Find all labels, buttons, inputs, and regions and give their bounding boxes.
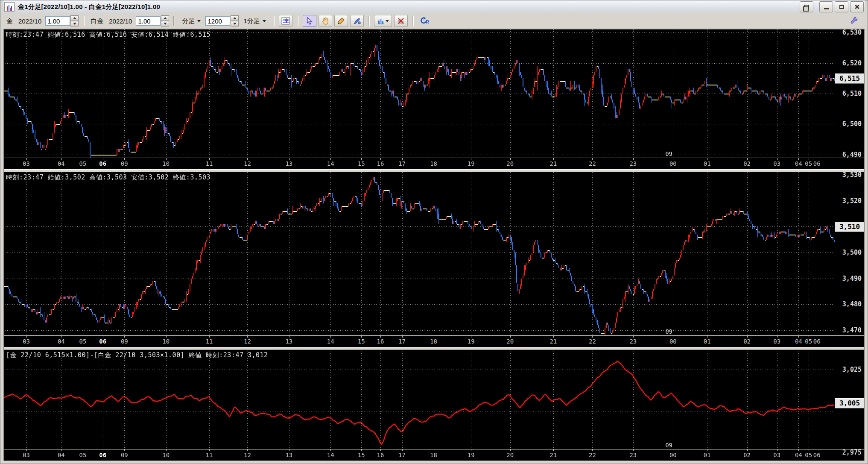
spread-chart-panel: [金 22/10 6,515×1.00]-[白金 22/10 3,503×1.0…: [4, 350, 864, 461]
time-tick: [166, 158, 167, 160]
pencil-tool-button[interactable]: [334, 15, 348, 27]
platinum-month-label: 2022/10: [107, 18, 134, 25]
time-tick: [402, 158, 403, 160]
time-axis-label: 10: [162, 338, 170, 345]
time-tick: [809, 158, 809, 160]
platinum-chart-area[interactable]: 時刻:23:47 始値:3,502 高値:3,503 安値:3,502 終値:3…: [4, 172, 835, 335]
time-tick: [673, 449, 673, 451]
time-tick: [633, 336, 634, 338]
time-tick: [402, 449, 403, 451]
time-tick: [330, 158, 331, 160]
time-tick: [817, 449, 817, 451]
time-tick: [83, 336, 83, 338]
price-axis-label: 3,490: [842, 275, 862, 282]
minimize-button[interactable]: [819, 1, 833, 12]
platinum-ratio-up-button[interactable]: [161, 15, 169, 21]
time-axis-label: 05: [805, 338, 812, 345]
chart-style-button[interactable]: [374, 15, 392, 27]
time-axis-label: 13: [285, 160, 292, 167]
clear-chart-icon: [397, 17, 405, 25]
hand-pan-button[interactable]: [319, 15, 332, 27]
spin-down-icon: [73, 23, 76, 25]
time-tick: [633, 158, 634, 160]
bar-count-input[interactable]: [205, 16, 230, 26]
current-price-badge: 3,510: [835, 222, 864, 232]
cursor-tool-button[interactable]: [303, 15, 316, 27]
pen-tool-button[interactable]: [350, 15, 364, 27]
refresh-button[interactable]: R: [418, 15, 431, 26]
time-tick: [330, 336, 331, 338]
bar-count-down-button[interactable]: [231, 21, 239, 26]
axis-pointer-button[interactable]: [279, 15, 292, 27]
chart-stack: 時刻:23:47 始値:6,516 高値:6,516 安値:6,514 終値:6…: [3, 29, 865, 461]
time-tick: [124, 336, 125, 338]
toolbar-separator: [83, 16, 85, 26]
time-axis-label: 12: [244, 160, 251, 167]
titlebar[interactable]: 金1分足[2022/10]1.00 - 白金1分足[2022/10]1.00: [3, 0, 865, 13]
time-axis-label: 16: [377, 452, 384, 458]
close-button[interactable]: [850, 1, 864, 12]
time-tick: [434, 449, 434, 451]
price-axis-label: 3,480: [842, 300, 862, 308]
time-tick: [434, 158, 434, 160]
maximize-button[interactable]: [835, 1, 848, 12]
current-price-badge: 3,005: [835, 398, 864, 408]
gold-ratio-down-button[interactable]: [70, 21, 79, 26]
period-dropdown[interactable]: 1分足: [241, 16, 268, 26]
price-axis-label: 3,530: [842, 171, 862, 179]
time-axis-label: 13: [285, 452, 292, 458]
time-tick: [26, 158, 27, 160]
time-tick: [289, 449, 289, 451]
panel-separator[interactable]: [4, 347, 864, 350]
time-tick: [471, 158, 471, 160]
gold-ratio-up-button[interactable]: [70, 15, 79, 21]
time-tick: [673, 158, 673, 160]
platinum-chart-panel: 時刻:23:47 始値:3,502 高値:3,503 安値:3,502 終値:3…: [4, 172, 864, 347]
time-axis-label: 06: [813, 160, 821, 167]
time-tick: [330, 449, 331, 451]
time-axis-label: 11: [205, 338, 213, 345]
gold-candle-canvas[interactable]: [4, 29, 835, 158]
time-tick: [361, 449, 362, 451]
time-tick: [61, 158, 61, 160]
time-axis-label: 21: [550, 338, 557, 345]
spin-down-icon: [164, 23, 167, 25]
time-axis-label: 23: [629, 160, 637, 167]
settings-wrench-button[interactable]: [848, 15, 861, 26]
time-axis-label: 12: [244, 338, 251, 345]
platinum-ratio-down-button[interactable]: [161, 21, 169, 26]
time-tick: [434, 336, 434, 338]
time-axis-label: 03: [773, 452, 780, 458]
gold-ratio-input[interactable]: [45, 16, 70, 26]
time-axis-label: 11: [205, 452, 213, 458]
panel-separator[interactable]: [4, 169, 864, 172]
time-axis-label: 01: [704, 338, 711, 345]
time-axis-label: 17: [398, 160, 406, 167]
time-axis-label: 23: [629, 452, 637, 458]
time-tick: [61, 449, 61, 451]
bar-count-up-button[interactable]: [231, 15, 239, 21]
time-axis-label: 03: [773, 160, 780, 167]
time-tick: [553, 336, 554, 338]
time-tick: [103, 158, 103, 160]
gold-month-label: 2022/10: [17, 18, 43, 25]
price-axis-label: 6,530: [842, 29, 862, 36]
platinum-time-axis: 0304050609101112131415161718192021222300…: [4, 335, 864, 347]
time-tick: [707, 336, 707, 338]
spread-quote-info: [金 22/10 6,515×1.00]-[白金 22/10 3,503×1.0…: [6, 351, 268, 359]
time-axis-label: 06: [813, 452, 821, 458]
gold-chart-area[interactable]: 時刻:23:47 始値:6,516 高値:6,516 安値:6,514 終値:6…: [4, 29, 835, 158]
bar-type-dropdown[interactable]: 分足: [179, 16, 203, 26]
time-axis-label: 06: [99, 160, 106, 167]
time-axis-label: 22: [589, 338, 596, 345]
platinum-candle-canvas[interactable]: [4, 172, 835, 335]
chevron-down-icon: [386, 20, 389, 22]
spread-line-canvas[interactable]: [4, 350, 835, 449]
spread-chart-area[interactable]: [金 22/10 6,515×1.00]-[白金 22/10 3,503×1.0…: [4, 350, 835, 449]
time-axis-label: 15: [358, 338, 365, 345]
time-tick: [166, 336, 167, 338]
time-tick: [798, 158, 799, 160]
clear-chart-button[interactable]: [394, 15, 408, 27]
float-window-button[interactable]: [800, 1, 813, 12]
platinum-ratio-input[interactable]: [136, 16, 161, 26]
